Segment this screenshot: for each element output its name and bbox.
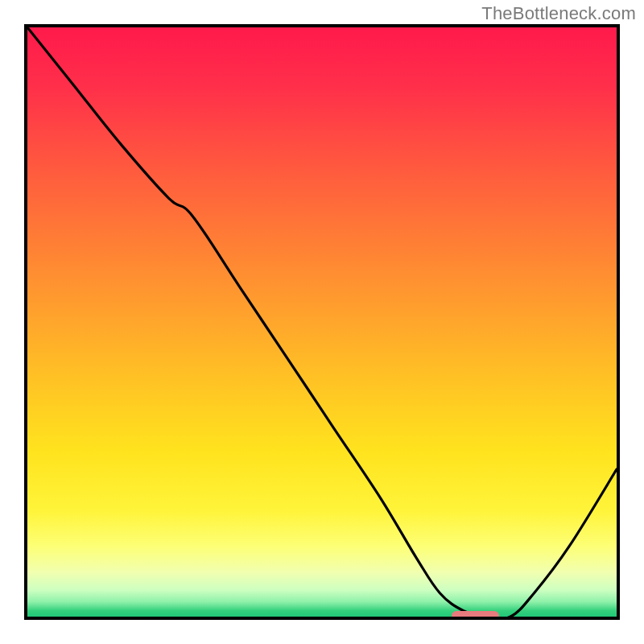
- plot-area: [24, 24, 620, 620]
- chart-container: TheBottleneck.com: [0, 0, 644, 644]
- optimal-marker: [452, 611, 499, 620]
- bottleneck-curve: [27, 27, 617, 617]
- watermark-text: TheBottleneck.com: [481, 3, 636, 24]
